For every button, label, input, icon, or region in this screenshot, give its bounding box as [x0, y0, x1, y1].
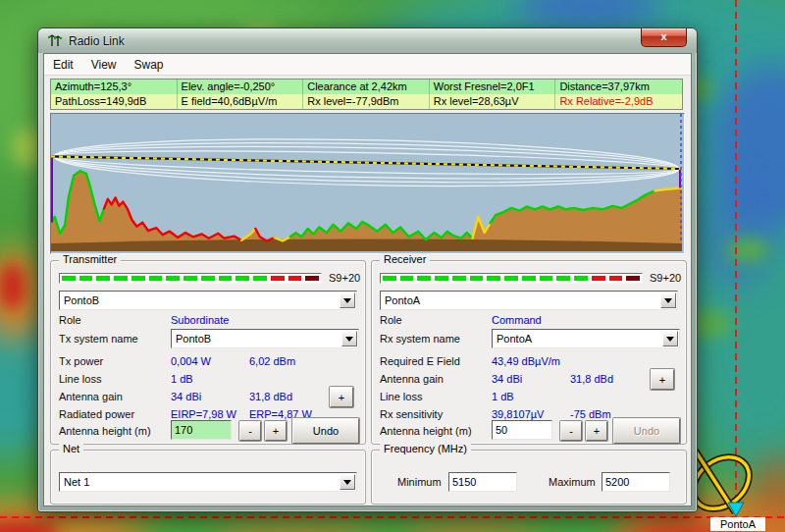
rx-efield-label: Required E Field	[380, 355, 460, 367]
rx-sens-dbm: -75 dBm	[570, 408, 611, 420]
signal-dash	[114, 276, 128, 281]
rx-height-plus-button[interactable]: +	[586, 421, 607, 441]
net-combo[interactable]: Net 1	[59, 472, 357, 492]
signal-dash	[79, 276, 93, 281]
signal-dash	[540, 276, 553, 281]
rx-height-label: Antenna height (m)	[380, 425, 472, 437]
tx-radiated-label: Radiated power	[59, 408, 134, 420]
status-elev-angle: Elev. angle=-0,250°	[178, 80, 304, 94]
status-pathloss: PathLoss=149,9dB	[51, 94, 178, 109]
tx-power-dbm: 6,02 dBm	[249, 355, 295, 367]
signal-dash	[383, 276, 396, 281]
frequency-group: Frequency (MHz) Minimum Maximum	[371, 450, 687, 505]
chevron-down-icon[interactable]	[340, 293, 355, 308]
terrain-profile-chart	[50, 113, 685, 254]
signal-dash	[288, 276, 302, 281]
window-title: Radio Link	[69, 34, 125, 48]
tx-gain-dbi: 34 dBi	[171, 391, 201, 402]
status-rx-level-uv: Rx level=28,63µV	[430, 94, 556, 109]
transmitter-group: Transmitter S9+20 PontoB Role Subordinat…	[50, 260, 366, 445]
signal-dash	[417, 276, 431, 281]
frequency-min-input[interactable]	[448, 472, 517, 492]
tx-eirp: EIRP=7,98 W	[171, 408, 236, 420]
rx-lineloss-label: Line loss	[380, 391, 422, 402]
tx-role-label: Role	[59, 314, 81, 326]
status-worst-fresnel: Worst Fresnel=2,0F1	[430, 80, 556, 94]
rx-height-minus-button[interactable]: -	[560, 421, 582, 441]
rx-gain-label: Antenna gain	[380, 373, 444, 385]
rx-gain-dbi: 34 dBi	[492, 373, 522, 385]
signal-dash	[626, 276, 640, 281]
tx-station-combo[interactable]: PontoB	[59, 291, 357, 310]
signal-dash	[522, 276, 536, 281]
receiver-legend: Receiver	[380, 253, 430, 265]
radio-link-app-icon	[47, 33, 63, 49]
rx-sens-label: Rx sensitivity	[380, 408, 443, 420]
rx-antenna-height-input[interactable]	[492, 420, 552, 440]
tx-power-w: 0,004 W	[171, 355, 211, 367]
menu-edit[interactable]: Edit	[44, 56, 82, 74]
rx-efield-value: 43,49 dBµV/m	[492, 355, 560, 367]
signal-dash	[96, 276, 110, 281]
chevron-down-icon[interactable]	[340, 474, 355, 490]
signal-dash	[487, 276, 500, 281]
signal-dash	[271, 276, 285, 281]
signal-dash	[131, 276, 145, 281]
titlebar[interactable]: Radio Link x	[38, 28, 697, 53]
signal-dash	[62, 276, 76, 281]
frequency-max-input[interactable]	[602, 472, 670, 492]
signal-dash	[556, 276, 570, 281]
rx-sens-uv: 39,8107µV	[492, 408, 544, 420]
rx-system-label: Rx system name	[380, 333, 460, 345]
rx-gain-dbd: 31,8 dBd	[570, 373, 613, 385]
chevron-down-icon[interactable]	[660, 293, 676, 308]
tx-height-label: Antenna height (m)	[59, 425, 151, 437]
tx-gain-label: Antenna gain	[59, 391, 123, 402]
rx-system-combo[interactable]: PontoA	[492, 329, 680, 348]
frequency-min-label: Minimum	[397, 476, 442, 488]
link-status-grid: Azimuth=125,3° Elev. angle=-0,250° Clear…	[50, 79, 683, 110]
tx-undo-button[interactable]: Undo	[292, 418, 359, 444]
frequency-legend: Frequency (MHz)	[380, 443, 471, 454]
signal-dash	[592, 276, 605, 281]
signal-dash	[183, 276, 197, 281]
tx-gain-dbd: 31,8 dBd	[249, 391, 292, 402]
status-rx-relative: Rx Relative=-2,9dB	[555, 94, 682, 109]
chevron-down-icon[interactable]	[341, 331, 357, 346]
map-marker-label: PontoA	[710, 517, 765, 531]
signal-dash	[166, 276, 180, 281]
tx-height-plus-button[interactable]: +	[265, 421, 287, 441]
dialog-client-area: Edit View Swap Azimuth=125,3° Elev. angl…	[43, 53, 692, 506]
signal-dash	[574, 276, 588, 281]
signal-dash	[236, 276, 249, 281]
menu-swap[interactable]: Swap	[125, 56, 172, 74]
frequency-max-label: Maximum	[549, 476, 596, 488]
tx-system-combo[interactable]: PontoB	[171, 329, 359, 348]
close-button[interactable]: x	[641, 28, 687, 47]
signal-dash	[219, 276, 233, 281]
chevron-down-icon[interactable]	[662, 331, 678, 346]
receiver-group: Receiver S9+20 PontoA Role Command Rx sy…	[371, 260, 687, 445]
transmitter-legend: Transmitter	[59, 253, 121, 265]
signal-dash	[435, 276, 448, 281]
tx-role-value: Subordinate	[171, 314, 229, 326]
net-legend: Net	[59, 443, 83, 454]
status-clearance: Clearance at 2,42km	[303, 80, 430, 94]
tx-height-minus-button[interactable]: -	[239, 421, 261, 441]
tx-lineloss-value: 1 dB	[171, 373, 193, 385]
tx-gain-plus-button[interactable]: +	[330, 387, 353, 407]
tx-antenna-height-input[interactable]	[171, 420, 232, 440]
status-distance: Distance=37,97km	[555, 80, 682, 94]
status-e-field: E field=40,6dBµV/m	[178, 94, 304, 109]
rx-role-value: Command	[492, 314, 542, 326]
signal-dash	[253, 276, 267, 281]
signal-dash	[149, 276, 163, 281]
rx-station-combo[interactable]: PontoA	[380, 291, 678, 310]
rx-undo-button[interactable]: Undo	[613, 418, 680, 444]
tx-lineloss-label: Line loss	[59, 373, 101, 385]
signal-dash	[470, 276, 484, 281]
menu-view[interactable]: View	[82, 56, 126, 74]
rx-gain-plus-button[interactable]: +	[651, 369, 674, 390]
tx-power-label: Tx power	[59, 355, 103, 367]
rx-signal-label: S9+20	[650, 272, 681, 284]
